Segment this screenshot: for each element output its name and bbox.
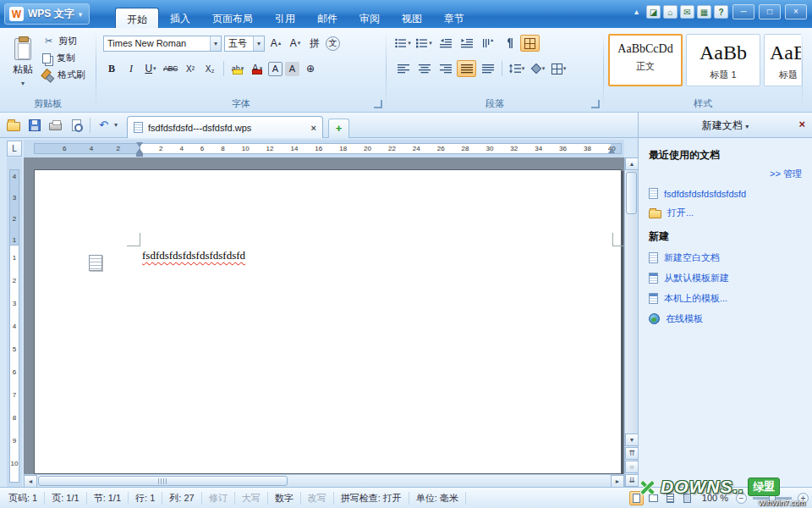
select-browse-object-button[interactable]: ○ [625, 461, 639, 473]
print-preview-button[interactable] [69, 117, 85, 133]
collapse-ribbon-icon[interactable]: ▴ [629, 5, 644, 19]
new-blank-document-link[interactable]: 新建空白文档 [649, 251, 802, 264]
zoom-level[interactable]: 100 % [697, 493, 733, 503]
font-size-combo[interactable]: 五号 ▾ [224, 36, 265, 52]
bold-button[interactable]: B [103, 60, 120, 77]
previous-page-button[interactable]: ⇈ [625, 447, 639, 460]
online-templates-link[interactable]: 在线模板 [649, 312, 802, 325]
horizontal-scrollbar[interactable]: ◄ ► [24, 474, 624, 487]
copy-button[interactable]: 复制 [42, 52, 85, 64]
app-menu-button[interactable]: W WPS 文字 ▾ [4, 3, 90, 25]
next-page-button[interactable]: ⇊ [625, 474, 639, 487]
web-layout-view-button[interactable] [646, 491, 661, 505]
distribute-button[interactable] [478, 60, 497, 77]
undo-button[interactable]: ↶ [96, 117, 112, 133]
horizontal-scroll-thumb[interactable] [38, 476, 288, 486]
scroll-down-button[interactable]: ▼ [625, 433, 639, 446]
scroll-up-button[interactable]: ▲ [625, 157, 639, 170]
align-left-button[interactable] [393, 60, 413, 77]
ribbon-tab[interactable]: 插入 [159, 8, 201, 28]
circle-character-button[interactable]: ⊕ [302, 60, 319, 77]
manage-link[interactable]: >> 管理 [649, 168, 802, 180]
grow-font-button[interactable]: A▴ [267, 35, 284, 52]
maximize-button[interactable]: □ [759, 4, 781, 19]
paragraph-dialog-launcher[interactable] [591, 100, 600, 108]
bullets-button[interactable]: ▾ [393, 35, 413, 52]
ribbon-tab[interactable]: 邮件 [306, 8, 348, 28]
vertical-scroll-thumb[interactable] [626, 172, 637, 214]
document-canvas[interactable]: fsdfdsfdsfdsfdsfdsfdsfd [24, 157, 624, 474]
grid-icon[interactable]: ▦ [697, 5, 711, 19]
numbering-button[interactable]: ▾ [414, 35, 434, 52]
local-templates-link[interactable]: 本机上的模板... [649, 292, 802, 305]
skin-icon[interactable]: ◪ [646, 5, 661, 19]
print-layout-view-button[interactable] [629, 491, 644, 505]
new-tab-button[interactable]: + [328, 119, 349, 138]
zoom-out-button[interactable]: − [736, 493, 747, 504]
superscript-button[interactable]: X² [182, 60, 199, 77]
outline-view-button[interactable] [663, 491, 678, 505]
new-from-default-template-link[interactable]: 从默认模板新建 [649, 272, 802, 284]
mail-icon[interactable]: ✉ [680, 5, 694, 19]
status-overtype[interactable]: 改写 [301, 492, 334, 505]
character-border-button[interactable]: A [268, 62, 283, 76]
zoom-slider[interactable] [753, 497, 792, 500]
save-button[interactable] [26, 117, 42, 133]
line-spacing-button[interactable]: ▾ [507, 60, 526, 77]
increase-indent-button[interactable] [457, 35, 476, 52]
font-dialog-launcher[interactable] [374, 100, 382, 108]
text-direction-button[interactable] [478, 35, 497, 52]
underline-button[interactable]: U▾ [142, 60, 159, 77]
format-painter-button[interactable]: 格式刷 [42, 69, 85, 81]
shading-button[interactable]: ▾ [528, 60, 547, 77]
minimize-button[interactable]: ─ [732, 4, 754, 19]
smart-tag-icon[interactable] [89, 255, 102, 271]
character-shading-button[interactable]: A [285, 62, 299, 76]
document-tab[interactable]: fsdfdsfdsfd---dsfdsfd.wps × [127, 116, 323, 138]
ribbon-tab[interactable]: 章节 [433, 8, 475, 28]
cut-button[interactable]: ✂ 剪切 [42, 35, 85, 47]
style-heading-1[interactable]: AaBb 标题 1 [686, 34, 760, 86]
open-button[interactable] [5, 117, 21, 133]
zoom-slider-handle[interactable] [769, 493, 776, 504]
ribbon-tab[interactable]: 开始 [115, 8, 159, 28]
recent-document-link[interactable]: fsdfdsfdsfdsfdsfdsfd [649, 188, 802, 199]
style-heading[interactable]: AaB 标题 [764, 34, 801, 86]
status-unit[interactable]: 单位: 毫米 [409, 492, 466, 505]
taskpane-title-dropdown[interactable]: 新建文档 ▾ [639, 119, 812, 133]
borders-button[interactable]: ▾ [549, 60, 568, 77]
enclose-characters-button[interactable]: 文 [326, 36, 340, 51]
tab-close-icon[interactable]: × [311, 123, 316, 133]
ribbon-tab[interactable]: 视图 [391, 8, 433, 28]
status-spellcheck[interactable]: 拼写检查: 打开 [334, 492, 409, 505]
left-indent-marker[interactable] [136, 153, 143, 157]
help-icon[interactable]: ? [714, 5, 728, 19]
first-line-indent-marker[interactable] [136, 142, 143, 147]
show-marks-button[interactable] [499, 35, 518, 52]
vertical-scrollbar[interactable]: ▲ ▼ ⇈ ○ ⇊ [624, 157, 638, 487]
ribbon-tab[interactable]: 引用 [264, 8, 306, 28]
align-center-button[interactable] [414, 60, 434, 77]
home-icon[interactable]: ⌂ [663, 5, 678, 19]
subscript-button[interactable]: X₂ [201, 60, 218, 77]
close-button[interactable]: × [785, 4, 807, 19]
scroll-left-button[interactable]: ◄ [24, 475, 37, 488]
align-right-button[interactable] [436, 60, 455, 77]
zoom-in-button[interactable]: + [798, 493, 809, 504]
ribbon-tab[interactable]: 页面布局 [201, 8, 264, 28]
strikethrough-button[interactable]: ABC [162, 60, 179, 77]
right-indent-marker[interactable] [608, 148, 615, 153]
chevron-down-icon[interactable]: ▾ [210, 36, 221, 51]
shrink-font-button[interactable]: A▾ [287, 35, 304, 52]
font-color-button[interactable]: A▾ [249, 60, 266, 77]
taskpane-close-icon[interactable]: × [798, 118, 805, 130]
justify-button[interactable] [457, 60, 476, 77]
open-link[interactable]: 打开... [649, 207, 802, 219]
vertical-ruler[interactable]: 4321 12345678910 [7, 157, 22, 487]
show-gridlines-button[interactable] [520, 35, 540, 52]
full-screen-view-button[interactable] [680, 491, 694, 505]
chevron-down-icon[interactable]: ▾ [253, 36, 264, 51]
italic-button[interactable]: I [123, 60, 140, 77]
horizontal-ruler[interactable]: 642 246810121416182022242628303234363840 [24, 140, 624, 157]
scroll-right-button[interactable]: ► [611, 475, 624, 488]
